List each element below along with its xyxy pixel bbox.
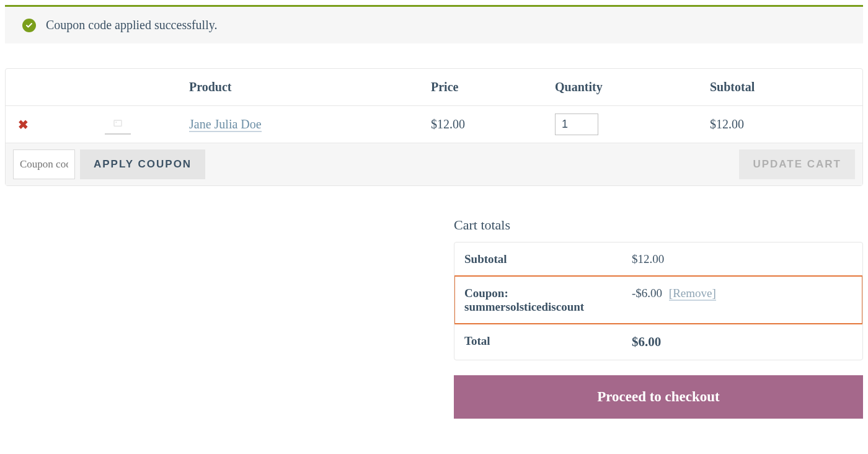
- col-header-price: Price: [431, 80, 555, 94]
- item-subtotal: $12.00: [710, 117, 744, 131]
- apply-coupon-button[interactable]: Apply coupon: [80, 149, 205, 179]
- coupon-value-cell: -$6.00 [Remove]: [632, 287, 852, 314]
- cart-totals-title: Cart totals: [454, 217, 863, 233]
- cart-totals-section: Cart totals Subtotal $12.00 Coupon: summ…: [454, 217, 863, 419]
- cart-totals-table: Subtotal $12.00 Coupon: summersolsticedi…: [454, 242, 863, 360]
- coupon-discount-value: -$6.00: [632, 287, 662, 300]
- notice-text: Coupon code applied successfully.: [46, 18, 217, 32]
- totals-subtotal-row: Subtotal $12.00: [454, 243, 862, 276]
- remove-coupon-link[interactable]: [Remove]: [669, 287, 716, 301]
- image-placeholder-icon: [113, 119, 123, 129]
- coupon-code: summersolsticediscount: [464, 300, 584, 313]
- svg-point-1: [115, 122, 117, 123]
- subtotal-value: $12.00: [632, 252, 852, 266]
- product-name-link[interactable]: Jane Julia Doe: [189, 117, 262, 132]
- subtotal-label: Subtotal: [464, 252, 632, 266]
- col-header-product: Product: [189, 80, 431, 94]
- svg-rect-0: [114, 120, 122, 126]
- quantity-input[interactable]: [555, 114, 598, 135]
- product-thumbnail[interactable]: [105, 115, 131, 135]
- update-cart-button[interactable]: Update cart: [739, 149, 855, 179]
- cart-actions-row: Apply coupon Update cart: [6, 143, 862, 185]
- col-header-qty: Quantity: [555, 80, 710, 94]
- col-header-subtotal: Subtotal: [710, 80, 852, 94]
- proceed-to-checkout-button[interactable]: Proceed to checkout: [454, 375, 863, 419]
- success-check-icon: [22, 19, 36, 32]
- cart-header-row: Product Price Quantity Subtotal: [6, 69, 862, 106]
- cart-item-row: ✖ Jane Julia Doe $12.00 $12.00: [6, 106, 862, 143]
- coupon-label-prefix: Coupon:: [464, 287, 508, 300]
- notice-banner: Coupon code applied successfully.: [5, 5, 863, 43]
- cart-table: Product Price Quantity Subtotal ✖ Jane J…: [5, 68, 863, 186]
- item-price: $12.00: [431, 117, 465, 131]
- total-value: $6.00: [632, 334, 852, 350]
- total-label: Total: [464, 334, 632, 350]
- totals-coupon-row: Coupon: summersolsticediscount -$6.00 [R…: [454, 276, 862, 324]
- totals-total-row: Total $6.00: [454, 324, 862, 360]
- coupon-code-input[interactable]: [13, 149, 75, 179]
- remove-item-button[interactable]: ✖: [16, 117, 30, 132]
- coupon-label: Coupon: summersolsticediscount: [464, 287, 632, 314]
